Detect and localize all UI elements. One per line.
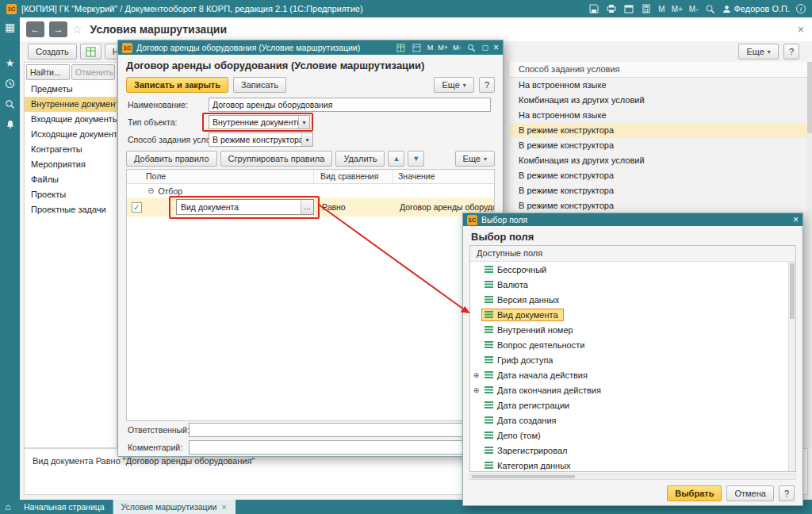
create-button[interactable]: Создать [28, 44, 77, 59]
sidebar-item-files[interactable]: Файлы [25, 172, 117, 187]
m-button[interactable]: М [658, 5, 665, 13]
zoom-icon[interactable] [705, 3, 716, 14]
help-button[interactable]: ? [783, 44, 799, 59]
add-rule-button[interactable]: Добавить правило [126, 151, 217, 167]
object-type-select[interactable]: Внутренние документы ▾ [209, 115, 310, 129]
more-button[interactable]: Еще▾ [434, 77, 473, 93]
sidebar-item-incoming-documents[interactable]: Входящие документы [25, 112, 117, 127]
table-row[interactable]: В режиме конструктора [508, 168, 807, 183]
back-button[interactable]: ← [26, 21, 44, 37]
tab-home[interactable]: Начальная страница [16, 500, 113, 514]
sidebar-item-project-tasks[interactable]: Проектные задачи [25, 202, 117, 217]
field-item[interactable]: Категория данных [470, 458, 795, 472]
forward-button[interactable]: → [49, 21, 67, 37]
main-menu-icon[interactable]: ▦ [5, 21, 15, 33]
field-item[interactable]: Вопрос деятельности [470, 337, 795, 352]
more-button[interactable]: Еще▾ [738, 44, 778, 59]
window-close-icon[interactable]: × [798, 23, 804, 36]
zoom-icon[interactable] [465, 42, 477, 53]
rule-field-input[interactable]: Вид документа … [176, 199, 314, 215]
expand-icon[interactable]: ⊕ [471, 386, 481, 394]
table-row[interactable]: В режиме конструктора [508, 183, 807, 198]
table-row[interactable]: На встроенном языке [508, 108, 807, 123]
print-icon[interactable] [606, 3, 617, 14]
field-item[interactable]: Внутренний номер [470, 322, 795, 337]
fields-hscrollbar[interactable] [469, 474, 796, 480]
comment-input[interactable] [189, 440, 491, 455]
tab-close-icon[interactable]: × [221, 502, 226, 512]
dialog-close-icon[interactable]: × [493, 42, 499, 53]
sidebar-item-events[interactable]: Мероприятия [25, 157, 117, 172]
field-item[interactable]: Зарегистрировал [470, 443, 795, 458]
field-item-selected[interactable]: Вид документа [470, 307, 795, 322]
table-row-selected[interactable]: В режиме конструктора [508, 123, 807, 138]
table-row[interactable]: На встроенном языке [508, 78, 807, 93]
field-item[interactable]: Валюта [470, 277, 795, 292]
calendar-icon[interactable] [623, 3, 634, 14]
table-row[interactable]: Комбинация из других условий [508, 93, 807, 108]
select-button[interactable]: Выбрать [667, 485, 722, 501]
history-icon[interactable] [5, 79, 15, 89]
favorite-star-icon[interactable]: ☆ [72, 23, 82, 36]
scrollbar-thumb[interactable] [807, 62, 812, 133]
save-and-close-button[interactable]: Записать и закрыть [126, 77, 228, 93]
m-minus-button[interactable]: М- [689, 5, 699, 13]
find-button[interactable]: Найти... [26, 64, 70, 80]
table-green-icon[interactable] [396, 42, 407, 53]
scrollbar-thumb[interactable] [472, 475, 575, 478]
name-input[interactable]: Договор аренды оборудования [209, 98, 491, 112]
search-icon[interactable] [5, 99, 15, 109]
collapse-icon[interactable]: ⊖ [147, 186, 154, 195]
help-button[interactable]: ? [479, 77, 495, 93]
table-row[interactable]: Комбинация из других условий [508, 153, 807, 168]
cancel-button[interactable]: Отмена [726, 485, 773, 501]
sidebar-item-internal-documents[interactable]: Внутренние документы [25, 97, 117, 112]
table-blue-icon[interactable] [412, 42, 423, 53]
home-icon[interactable]: ⌂ [0, 500, 16, 514]
rule-comparison[interactable]: Равно [314, 202, 393, 212]
field-item[interactable]: Бессрочный [470, 262, 795, 277]
sidebar-item-subjects[interactable]: Предметы [25, 82, 117, 97]
table-row[interactable]: В режиме конструктора [508, 198, 807, 213]
delete-rule-button[interactable]: Удалить [335, 151, 385, 167]
sidebar-item-projects[interactable]: Проекты [25, 187, 117, 202]
fields-scrollbar[interactable] [788, 262, 795, 471]
responsible-input[interactable] [189, 423, 491, 437]
field-item-expandable[interactable]: ⊕ Дата начала действия [470, 367, 795, 382]
table-scrollbar[interactable] [807, 62, 812, 448]
table-row[interactable]: В режиме конструктора [508, 138, 807, 153]
current-user[interactable]: Федоров О.П. [722, 4, 791, 13]
rules-more-button[interactable]: Еще▾ [455, 151, 495, 167]
help-button[interactable]: ? [779, 485, 795, 501]
rule-value[interactable]: Договор аренды оборудования [393, 202, 495, 212]
sidebar-item-outgoing-documents[interactable]: Исходящие документы [25, 127, 117, 142]
field-item[interactable]: Дата регистрации [470, 397, 795, 412]
expand-icon[interactable]: ⊕ [471, 371, 481, 379]
group-rules-button[interactable]: Сгруппировать правила [220, 151, 333, 167]
sidebar-item-counterparties[interactable]: Контрагенты [25, 142, 117, 157]
chevron-down-icon[interactable]: ▾ [301, 133, 312, 146]
save-button[interactable]: Записать [233, 77, 286, 93]
filter-group-row[interactable]: ⊖ Отбор [127, 184, 494, 198]
field-item-expandable[interactable]: ⊕ Дата окончания действия [470, 382, 795, 397]
tab-routing-conditions[interactable]: Условия маршрутизации × [113, 500, 236, 514]
m-button[interactable]: М [427, 44, 434, 52]
m-minus-button[interactable]: М- [453, 44, 462, 52]
field-item[interactable]: Версия данных [470, 292, 795, 307]
dialog-close-icon[interactable]: × [793, 214, 799, 225]
rule-checkbox[interactable]: ✓ [132, 202, 142, 213]
m-plus-button[interactable]: М+ [438, 44, 448, 52]
m-plus-button[interactable]: М+ [672, 5, 683, 13]
field-item[interactable]: Депо (том) [470, 428, 795, 443]
save-icon[interactable] [588, 3, 599, 14]
move-down-button[interactable]: ▼ [408, 151, 424, 167]
info-icon[interactable]: i [796, 4, 806, 13]
create-group-button[interactable] [80, 44, 102, 59]
maximize-icon[interactable]: ▢ [481, 44, 488, 52]
scrollbar-thumb[interactable] [790, 263, 795, 319]
chevron-down-icon[interactable]: ▾ [298, 116, 309, 128]
field-item[interactable]: Дата создания [470, 412, 795, 428]
move-up-button[interactable]: ▲ [388, 151, 404, 167]
calculator-icon[interactable] [641, 3, 652, 14]
condition-method-select[interactable]: В режиме конструктора ▾ [209, 132, 313, 147]
